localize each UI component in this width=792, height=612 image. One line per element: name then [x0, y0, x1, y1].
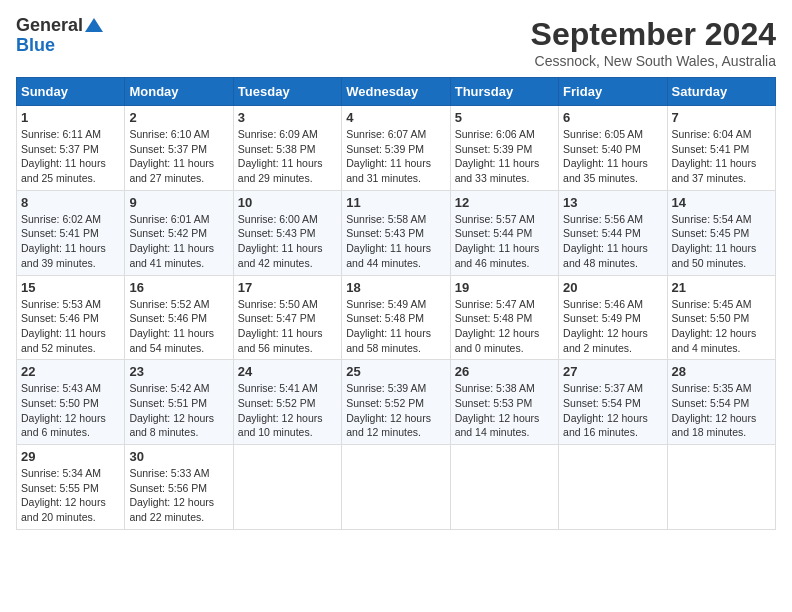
col-sunday: Sunday [17, 78, 125, 106]
day-number: 16 [129, 280, 228, 295]
day-number: 4 [346, 110, 445, 125]
day-number: 2 [129, 110, 228, 125]
col-wednesday: Wednesday [342, 78, 450, 106]
table-row: 30Sunrise: 5:33 AMSunset: 5:56 PMDayligh… [125, 445, 233, 530]
day-info: Sunrise: 6:05 AMSunset: 5:40 PMDaylight:… [563, 127, 662, 186]
table-row: 2Sunrise: 6:10 AMSunset: 5:37 PMDaylight… [125, 106, 233, 191]
table-row: 27Sunrise: 5:37 AMSunset: 5:54 PMDayligh… [559, 360, 667, 445]
header-row: Sunday Monday Tuesday Wednesday Thursday… [17, 78, 776, 106]
svg-marker-0 [85, 18, 103, 32]
day-number: 15 [21, 280, 120, 295]
day-number: 27 [563, 364, 662, 379]
day-info: Sunrise: 5:47 AMSunset: 5:48 PMDaylight:… [455, 297, 554, 356]
day-info: Sunrise: 6:06 AMSunset: 5:39 PMDaylight:… [455, 127, 554, 186]
table-row [450, 445, 558, 530]
day-info: Sunrise: 6:11 AMSunset: 5:37 PMDaylight:… [21, 127, 120, 186]
table-row: 24Sunrise: 5:41 AMSunset: 5:52 PMDayligh… [233, 360, 341, 445]
day-info: Sunrise: 5:37 AMSunset: 5:54 PMDaylight:… [563, 381, 662, 440]
calendar-table: Sunday Monday Tuesday Wednesday Thursday… [16, 77, 776, 530]
table-row: 19Sunrise: 5:47 AMSunset: 5:48 PMDayligh… [450, 275, 558, 360]
day-number: 9 [129, 195, 228, 210]
day-number: 30 [129, 449, 228, 464]
table-row: 20Sunrise: 5:46 AMSunset: 5:49 PMDayligh… [559, 275, 667, 360]
day-info: Sunrise: 5:33 AMSunset: 5:56 PMDaylight:… [129, 466, 228, 525]
day-number: 11 [346, 195, 445, 210]
calendar-week-row: 1Sunrise: 6:11 AMSunset: 5:37 PMDaylight… [17, 106, 776, 191]
month-title: September 2024 [531, 16, 776, 53]
day-info: Sunrise: 6:02 AMSunset: 5:41 PMDaylight:… [21, 212, 120, 271]
day-info: Sunrise: 5:35 AMSunset: 5:54 PMDaylight:… [672, 381, 771, 440]
day-number: 23 [129, 364, 228, 379]
day-info: Sunrise: 5:38 AMSunset: 5:53 PMDaylight:… [455, 381, 554, 440]
table-row [667, 445, 775, 530]
day-info: Sunrise: 6:10 AMSunset: 5:37 PMDaylight:… [129, 127, 228, 186]
table-row: 12Sunrise: 5:57 AMSunset: 5:44 PMDayligh… [450, 190, 558, 275]
logo: General Blue [16, 16, 103, 56]
day-number: 28 [672, 364, 771, 379]
day-info: Sunrise: 5:53 AMSunset: 5:46 PMDaylight:… [21, 297, 120, 356]
day-info: Sunrise: 6:07 AMSunset: 5:39 PMDaylight:… [346, 127, 445, 186]
table-row: 9Sunrise: 6:01 AMSunset: 5:42 PMDaylight… [125, 190, 233, 275]
table-row: 5Sunrise: 6:06 AMSunset: 5:39 PMDaylight… [450, 106, 558, 191]
table-row: 29Sunrise: 5:34 AMSunset: 5:55 PMDayligh… [17, 445, 125, 530]
calendar-week-row: 15Sunrise: 5:53 AMSunset: 5:46 PMDayligh… [17, 275, 776, 360]
title-area: September 2024 Cessnock, New South Wales… [531, 16, 776, 69]
day-info: Sunrise: 5:39 AMSunset: 5:52 PMDaylight:… [346, 381, 445, 440]
logo-icon [85, 16, 103, 34]
col-thursday: Thursday [450, 78, 558, 106]
day-number: 24 [238, 364, 337, 379]
day-info: Sunrise: 5:41 AMSunset: 5:52 PMDaylight:… [238, 381, 337, 440]
day-number: 20 [563, 280, 662, 295]
day-info: Sunrise: 5:58 AMSunset: 5:43 PMDaylight:… [346, 212, 445, 271]
day-number: 25 [346, 364, 445, 379]
table-row [559, 445, 667, 530]
table-row [233, 445, 341, 530]
day-number: 3 [238, 110, 337, 125]
day-number: 29 [21, 449, 120, 464]
day-number: 17 [238, 280, 337, 295]
table-row: 8Sunrise: 6:02 AMSunset: 5:41 PMDaylight… [17, 190, 125, 275]
day-info: Sunrise: 6:04 AMSunset: 5:41 PMDaylight:… [672, 127, 771, 186]
day-info: Sunrise: 5:52 AMSunset: 5:46 PMDaylight:… [129, 297, 228, 356]
day-number: 10 [238, 195, 337, 210]
day-number: 7 [672, 110, 771, 125]
table-row: 25Sunrise: 5:39 AMSunset: 5:52 PMDayligh… [342, 360, 450, 445]
table-row: 10Sunrise: 6:00 AMSunset: 5:43 PMDayligh… [233, 190, 341, 275]
table-row: 16Sunrise: 5:52 AMSunset: 5:46 PMDayligh… [125, 275, 233, 360]
table-row: 4Sunrise: 6:07 AMSunset: 5:39 PMDaylight… [342, 106, 450, 191]
day-number: 6 [563, 110, 662, 125]
day-info: Sunrise: 5:45 AMSunset: 5:50 PMDaylight:… [672, 297, 771, 356]
calendar-week-row: 22Sunrise: 5:43 AMSunset: 5:50 PMDayligh… [17, 360, 776, 445]
table-row: 21Sunrise: 5:45 AMSunset: 5:50 PMDayligh… [667, 275, 775, 360]
header: General Blue September 2024 Cessnock, Ne… [16, 16, 776, 69]
table-row: 18Sunrise: 5:49 AMSunset: 5:48 PMDayligh… [342, 275, 450, 360]
col-monday: Monday [125, 78, 233, 106]
table-row: 23Sunrise: 5:42 AMSunset: 5:51 PMDayligh… [125, 360, 233, 445]
day-number: 8 [21, 195, 120, 210]
day-info: Sunrise: 5:34 AMSunset: 5:55 PMDaylight:… [21, 466, 120, 525]
day-number: 18 [346, 280, 445, 295]
table-row: 3Sunrise: 6:09 AMSunset: 5:38 PMDaylight… [233, 106, 341, 191]
day-number: 21 [672, 280, 771, 295]
day-info: Sunrise: 5:49 AMSunset: 5:48 PMDaylight:… [346, 297, 445, 356]
day-info: Sunrise: 6:01 AMSunset: 5:42 PMDaylight:… [129, 212, 228, 271]
table-row: 28Sunrise: 5:35 AMSunset: 5:54 PMDayligh… [667, 360, 775, 445]
table-row: 6Sunrise: 6:05 AMSunset: 5:40 PMDaylight… [559, 106, 667, 191]
col-friday: Friday [559, 78, 667, 106]
logo-general-text: General [16, 16, 83, 36]
table-row: 13Sunrise: 5:56 AMSunset: 5:44 PMDayligh… [559, 190, 667, 275]
day-info: Sunrise: 5:46 AMSunset: 5:49 PMDaylight:… [563, 297, 662, 356]
day-info: Sunrise: 6:09 AMSunset: 5:38 PMDaylight:… [238, 127, 337, 186]
table-row: 11Sunrise: 5:58 AMSunset: 5:43 PMDayligh… [342, 190, 450, 275]
table-row: 26Sunrise: 5:38 AMSunset: 5:53 PMDayligh… [450, 360, 558, 445]
col-tuesday: Tuesday [233, 78, 341, 106]
day-number: 22 [21, 364, 120, 379]
logo-blue-text: Blue [16, 35, 55, 55]
day-info: Sunrise: 5:42 AMSunset: 5:51 PMDaylight:… [129, 381, 228, 440]
day-number: 12 [455, 195, 554, 210]
day-info: Sunrise: 5:57 AMSunset: 5:44 PMDaylight:… [455, 212, 554, 271]
table-row: 1Sunrise: 6:11 AMSunset: 5:37 PMDaylight… [17, 106, 125, 191]
calendar-week-row: 8Sunrise: 6:02 AMSunset: 5:41 PMDaylight… [17, 190, 776, 275]
table-row: 14Sunrise: 5:54 AMSunset: 5:45 PMDayligh… [667, 190, 775, 275]
day-info: Sunrise: 5:43 AMSunset: 5:50 PMDaylight:… [21, 381, 120, 440]
